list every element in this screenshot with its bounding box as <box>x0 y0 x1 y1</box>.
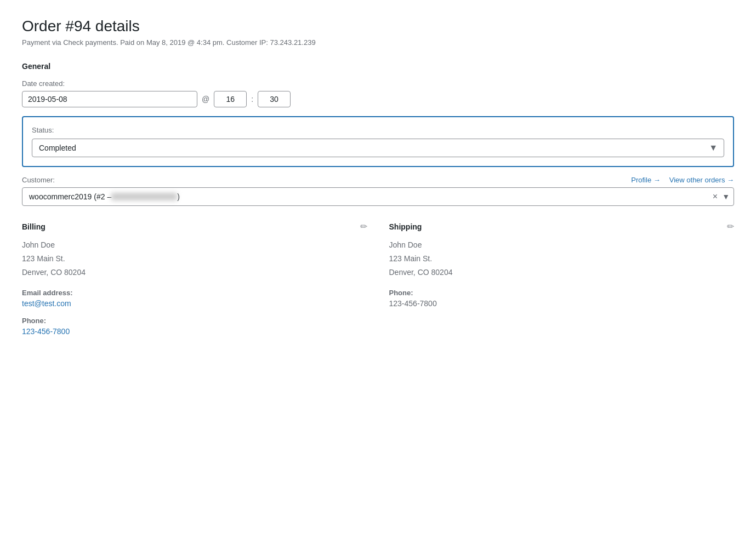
shipping-name: John Doe <box>389 238 735 252</box>
billing-city-state-zip: Denver, CO 80204 <box>22 266 367 279</box>
billing-email-label: Email address: <box>22 289 367 297</box>
general-section: General Date created: @ : Status: Pendin… <box>22 62 734 206</box>
status-select[interactable]: Pending payment Processing On hold Compl… <box>32 139 724 157</box>
customer-label: Customer: <box>22 176 55 184</box>
customer-header: Customer: Profile → View other orders → <box>22 176 734 184</box>
customer-select-actions: × ▼ <box>713 192 730 202</box>
customer-blurred: redacted email <box>111 193 177 200</box>
view-orders-link[interactable]: View other orders → <box>669 176 734 184</box>
shipping-title: Shipping <box>389 222 422 231</box>
shipping-city-state-zip: Denver, CO 80204 <box>389 266 735 279</box>
customer-clear-icon[interactable]: × <box>713 192 718 202</box>
customer-suffix: ) <box>177 192 180 201</box>
billing-shipping-row: Billing ✏ John Doe 123 Main St. Denver, … <box>22 221 734 336</box>
shipping-edit-icon[interactable]: ✏ <box>727 221 734 232</box>
customer-field[interactable]: woocommerc2019 (#2 – redacted email ) <box>22 187 734 206</box>
shipping-phone-value: 123-456-7800 <box>389 299 735 308</box>
minute-input[interactable] <box>258 91 291 107</box>
hour-input[interactable] <box>214 91 247 107</box>
shipping-phone-label: Phone: <box>389 289 735 297</box>
customer-links: Profile → View other orders → <box>631 176 734 184</box>
shipping-section: Shipping ✏ John Doe 123 Main St. Denver,… <box>389 221 735 336</box>
at-symbol: @ <box>202 95 209 104</box>
general-section-title: General <box>22 62 734 71</box>
customer-value: woocommerc2019 (#2 – <box>29 192 111 201</box>
billing-email-value[interactable]: test@test.com <box>22 299 71 308</box>
billing-section-header: Billing ✏ <box>22 221 367 232</box>
time-colon: : <box>251 95 253 104</box>
customer-select-wrapper: woocommerc2019 (#2 – redacted email ) × … <box>22 187 734 206</box>
page-subtitle: Payment via Check payments. Paid on May … <box>22 38 734 47</box>
profile-link[interactable]: Profile → <box>631 176 660 184</box>
date-input[interactable] <box>22 91 197 107</box>
billing-section: Billing ✏ John Doe 123 Main St. Denver, … <box>22 221 367 336</box>
billing-phone-value[interactable]: 123-456-7800 <box>22 327 70 336</box>
status-section: Status: Pending payment Processing On ho… <box>22 116 734 167</box>
date-row: @ : <box>22 91 734 107</box>
billing-title: Billing <box>22 222 46 231</box>
billing-address1: 123 Main St. <box>22 252 367 266</box>
customer-dropdown-arrow-icon[interactable]: ▼ <box>722 192 730 201</box>
billing-edit-icon[interactable]: ✏ <box>360 221 367 232</box>
shipping-section-header: Shipping ✏ <box>389 221 735 232</box>
shipping-address1: 123 Main St. <box>389 252 735 266</box>
billing-address: John Doe 123 Main St. Denver, CO 80204 <box>22 238 367 280</box>
date-label: Date created: <box>22 79 734 88</box>
billing-name: John Doe <box>22 238 367 252</box>
status-label: Status: <box>32 126 724 134</box>
shipping-address: John Doe 123 Main St. Denver, CO 80204 <box>389 238 735 280</box>
page-title: Order #94 details <box>22 18 734 35</box>
status-select-wrapper: Pending payment Processing On hold Compl… <box>32 139 724 157</box>
billing-phone-label: Phone: <box>22 317 367 325</box>
